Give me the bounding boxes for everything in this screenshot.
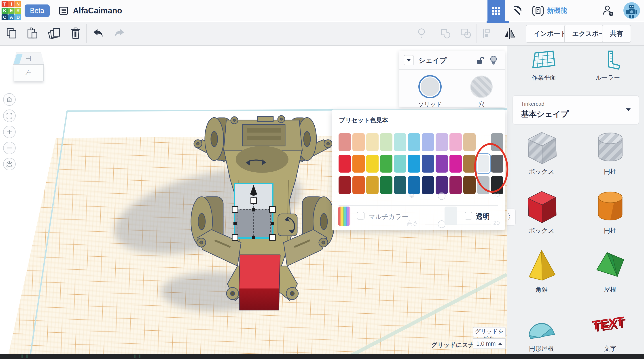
library-name: 基本シェイプ bbox=[521, 109, 569, 119]
inspector-collapse-button[interactable] bbox=[404, 55, 414, 65]
snap-grid-select[interactable]: 1.0 mm bbox=[473, 338, 506, 349]
shape-tile-box[interactable]: ボックス bbox=[507, 188, 576, 235]
lightbulb-icon[interactable] bbox=[488, 55, 498, 66]
logo-tile: I bbox=[8, 1, 14, 7]
unlock-icon[interactable] bbox=[475, 56, 484, 66]
color-swatch[interactable] bbox=[422, 176, 434, 194]
home-view-button[interactable] bbox=[3, 93, 16, 106]
fit-view-button[interactable] bbox=[3, 110, 16, 122]
color-swatch[interactable] bbox=[436, 133, 448, 151]
minecraft-export-button[interactable] bbox=[507, 0, 527, 21]
paste-button[interactable] bbox=[26, 26, 39, 40]
color-swatch[interactable] bbox=[366, 133, 378, 151]
redo-button[interactable] bbox=[112, 26, 126, 40]
toolbar-separator bbox=[476, 24, 477, 43]
color-swatch[interactable] bbox=[366, 155, 378, 172]
color-swatch[interactable] bbox=[408, 155, 420, 172]
paste-icon bbox=[26, 27, 39, 40]
color-swatch[interactable] bbox=[394, 155, 406, 172]
color-swatch[interactable] bbox=[463, 155, 476, 172]
whats-new-link[interactable]: 新機能 bbox=[547, 0, 567, 21]
ruler-tool[interactable]: ルーラー bbox=[581, 50, 634, 82]
color-swatch[interactable] bbox=[380, 133, 392, 151]
color-swatch[interactable] bbox=[352, 176, 365, 194]
color-swatch[interactable] bbox=[436, 155, 448, 172]
group-button[interactable] bbox=[439, 26, 452, 40]
copy-button[interactable] bbox=[5, 26, 19, 40]
shape-library-select[interactable]: Tinkercad 基本シェイプ bbox=[512, 96, 639, 124]
perspective-toggle-button[interactable] bbox=[3, 158, 16, 170]
shape-tile-text[interactable]: TEXTTEXT文字 bbox=[576, 306, 644, 353]
ghost-height-slider bbox=[438, 220, 446, 228]
view-cube-top-face[interactable]: 上 bbox=[13, 52, 44, 64]
shape-tile-hole-box[interactable]: ボックス bbox=[507, 128, 576, 176]
logo-tile: A bbox=[8, 14, 14, 20]
mirror-button[interactable] bbox=[503, 26, 516, 40]
shape-tile-hole-cylinder[interactable]: 円柱 bbox=[576, 128, 644, 176]
edit-grid-button[interactable]: グリッドを編集 bbox=[473, 327, 506, 337]
shape-tile-round-roof[interactable]: 円形屋根 bbox=[507, 306, 576, 353]
zoom-in-button[interactable] bbox=[3, 126, 16, 138]
shape-tile-pyramid[interactable]: 角錐 bbox=[507, 246, 576, 294]
color-swatch[interactable] bbox=[380, 176, 392, 194]
color-swatch[interactable] bbox=[352, 155, 365, 172]
add-user-button[interactable] bbox=[598, 0, 618, 21]
sidebar-collapse-handle[interactable]: 〉 bbox=[507, 208, 516, 226]
solid-swatch[interactable] bbox=[418, 75, 442, 98]
multicolor-label: マルチカラー bbox=[368, 212, 408, 221]
logo-tile: C bbox=[2, 14, 8, 20]
color-swatch[interactable] bbox=[394, 176, 406, 194]
workplane-tool[interactable]: 作業平面 bbox=[517, 50, 571, 82]
multicolor-swatch[interactable] bbox=[338, 206, 350, 226]
color-swatch[interactable] bbox=[408, 176, 420, 194]
solid-option[interactable]: ソリッド bbox=[416, 75, 444, 108]
hole-cylinder-icon bbox=[591, 128, 629, 166]
transparent-checkbox[interactable] bbox=[465, 212, 472, 220]
design-menu-icon[interactable] bbox=[58, 6, 68, 16]
beta-button[interactable]: Beta bbox=[24, 4, 50, 17]
color-swatch[interactable] bbox=[436, 176, 448, 194]
color-swatch[interactable] bbox=[352, 133, 365, 151]
color-swatch[interactable] bbox=[422, 133, 434, 151]
color-swatch[interactable] bbox=[450, 133, 462, 151]
color-swatch[interactable] bbox=[422, 155, 434, 172]
snap-grid-value: 1.0 mm bbox=[476, 340, 496, 347]
avatar[interactable] bbox=[624, 2, 640, 19]
shape-tile-roof[interactable]: 屋根 bbox=[576, 246, 644, 294]
hole-option[interactable]: 穴 bbox=[468, 75, 495, 108]
tinkercad-logo[interactable]: TINKERCAD bbox=[2, 1, 21, 20]
light-button[interactable] bbox=[414, 26, 428, 40]
align-button[interactable] bbox=[480, 26, 494, 40]
zoom-out-button[interactable] bbox=[3, 142, 16, 154]
copy-icon bbox=[5, 27, 18, 40]
ungroup-button[interactable] bbox=[459, 26, 473, 40]
shape-tile-cylinder[interactable]: 円柱 bbox=[576, 188, 644, 235]
duplicate-button[interactable] bbox=[48, 26, 61, 40]
codeblocks-button[interactable] bbox=[528, 0, 548, 21]
top-bar: TINKERCAD Beta AlfaCaimano 新機能 bbox=[0, 0, 644, 21]
color-swatch[interactable] bbox=[408, 133, 420, 151]
color-swatch[interactable] bbox=[463, 133, 476, 151]
top-handle[interactable] bbox=[251, 198, 256, 204]
color-swatch[interactable] bbox=[450, 176, 462, 194]
color-swatch[interactable] bbox=[338, 133, 351, 151]
view-cube[interactable]: 上 左 bbox=[13, 52, 44, 84]
share-button[interactable]: 共有 bbox=[602, 25, 631, 43]
color-swatch[interactable] bbox=[366, 176, 378, 194]
color-swatch[interactable] bbox=[463, 176, 476, 194]
view-cube-front-face[interactable]: 左 bbox=[14, 64, 44, 81]
undo-button[interactable] bbox=[91, 26, 105, 40]
color-swatch[interactable] bbox=[394, 133, 406, 151]
color-swatch[interactable] bbox=[338, 155, 351, 172]
multicolor-checkbox[interactable] bbox=[357, 212, 364, 220]
view-cube-highlight bbox=[14, 54, 22, 64]
dashboard-grid-button[interactable] bbox=[488, 0, 505, 21]
text-icon: TEXTTEXT bbox=[591, 306, 629, 344]
color-swatch[interactable] bbox=[380, 155, 392, 172]
preset-colors-title: プリセット色見本 bbox=[339, 116, 388, 124]
color-swatch[interactable] bbox=[450, 155, 462, 172]
library-brand: Tinkercad bbox=[521, 101, 544, 107]
hole-swatch[interactable] bbox=[470, 76, 492, 98]
color-swatch[interactable] bbox=[338, 176, 351, 194]
delete-button[interactable] bbox=[69, 26, 82, 40]
